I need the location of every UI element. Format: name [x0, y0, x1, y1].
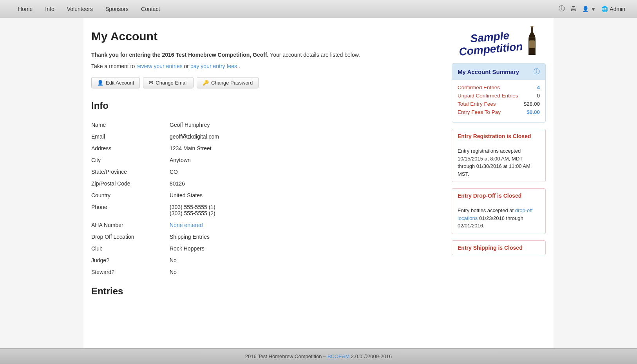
info-field-value: Geoff Humphrey	[170, 119, 440, 131]
summary-row-label: Total Entry Fees	[458, 101, 496, 107]
summary-row-label: Unpaid Confirmed Entries	[458, 93, 518, 99]
change-password-button[interactable]: 🔑 Change Password	[197, 77, 259, 88]
info-field-label: Judge?	[91, 254, 170, 266]
info-field-value: (303) 555-5555 (1)(303) 555-5555 (2)	[170, 201, 440, 219]
beer-bottle-icon	[525, 26, 539, 57]
info-field-value[interactable]: None entered	[170, 219, 440, 231]
action-post: .	[239, 63, 240, 69]
user-menu[interactable]: 👤 ▼	[582, 6, 596, 12]
nav-volunteers[interactable]: Volunteers	[61, 0, 99, 18]
info-field-label: Country	[91, 189, 170, 201]
user-menu-caret: ▼	[590, 6, 596, 12]
status-card-header: Entry Shipping is Closed	[452, 241, 545, 255]
info-field-label: State/Province	[91, 166, 170, 178]
admin-globe-icon: 🌐	[601, 6, 608, 12]
info-field-value: 80126	[170, 178, 440, 189]
summary-row-value: 0	[537, 93, 540, 99]
info-field-label: Phone	[91, 201, 170, 219]
footer: 2016 Test Homebrew Competition – BCOE&M …	[0, 348, 637, 364]
info-field-label: AHA Number	[91, 219, 170, 231]
summary-row-value: $28.00	[524, 101, 540, 107]
user-icon: 👤	[582, 6, 589, 12]
info-field-label: Club	[91, 243, 170, 254]
nav-contact[interactable]: Contact	[135, 0, 166, 18]
key-icon: 🔑	[203, 80, 209, 86]
drop-off-link[interactable]: drop-off locations	[458, 207, 532, 221]
summary-row: Total Entry Fees$28.00	[458, 101, 540, 107]
info-field-value: Shipping Entries	[170, 231, 440, 243]
nav-info[interactable]: Info	[39, 0, 60, 18]
competition-logo-text: Sample Competition	[458, 29, 523, 58]
status-cards-container: Entry Registration is ClosedEntry regist…	[452, 129, 546, 255]
entries-section-title: Entries	[91, 286, 440, 297]
review-entries-link[interactable]: review your entries	[136, 63, 183, 69]
navbar: Home Info Volunteers Sponsors Contact ⓘ …	[0, 0, 637, 18]
info-field-value: geoff@zkdigital.com	[170, 131, 440, 142]
info-field-label: Drop Off Location	[91, 231, 170, 243]
status-card-header: Entry Drop-Off is Closed	[452, 189, 545, 203]
info-field-label: Zip/Postal Code	[91, 178, 170, 189]
status-card-body: Entry bottles accepted at drop-off locat…	[452, 203, 545, 234]
footer-text-post: 2.0.0 ©2009-2016	[351, 353, 392, 359]
account-summary-body: Confirmed Entries4Unpaid Confirmed Entri…	[452, 80, 545, 122]
info-field-value: CO	[170, 166, 440, 178]
action-mid: or	[184, 63, 190, 69]
welcome-rest: Your account details are listed below.	[270, 52, 360, 58]
admin-label: Admin	[610, 6, 625, 12]
main-wrapper: My Account Thank you for entering the 20…	[83, 18, 554, 348]
admin-link[interactable]: 🌐 Admin	[601, 6, 625, 12]
action-pre: Take a moment to	[91, 63, 136, 69]
account-summary-header: My Account Summary ⓘ	[452, 64, 545, 80]
info-field-label: Name	[91, 119, 170, 131]
change-password-label: Change Password	[211, 80, 253, 86]
info-section-title: Info	[91, 100, 440, 111]
account-buttons: 👤 Edit Account ✉ Change Email 🔑 Change P…	[91, 77, 440, 88]
pay-fees-link[interactable]: pay your entry fees	[190, 63, 237, 69]
help-icon[interactable]: ⓘ	[559, 5, 565, 13]
welcome-bold: Thank you for entering the 2016 Test Hom…	[91, 52, 268, 58]
account-summary-card: My Account Summary ⓘ Confirmed Entries4U…	[452, 63, 546, 123]
summary-row: Unpaid Confirmed Entries0	[458, 93, 540, 99]
info-table: NameGeoff HumphreyEmailgeoff@zkdigital.c…	[91, 119, 440, 278]
user-edit-icon: 👤	[97, 80, 103, 86]
logo-area: Sample Competition	[452, 30, 546, 57]
status-card: Entry Shipping is Closed	[452, 240, 546, 255]
change-email-button[interactable]: ✉ Change Email	[143, 77, 194, 88]
nav-home[interactable]: Home	[12, 0, 39, 18]
edit-account-button[interactable]: 👤 Edit Account	[91, 77, 140, 88]
email-icon: ✉	[149, 80, 153, 86]
svg-rect-3	[529, 40, 535, 48]
action-links-text: Take a moment to review your entries or …	[91, 63, 440, 69]
status-card: Entry Drop-Off is ClosedEntry bottles ac…	[452, 188, 546, 234]
footer-text-pre: 2016 Test Homebrew Competition –	[245, 353, 328, 359]
summary-info-icon[interactable]: ⓘ	[534, 68, 540, 76]
logo-line2: Competition	[459, 40, 523, 58]
info-field-value: 1234 Main Street	[170, 142, 440, 154]
edit-account-label: Edit Account	[106, 80, 134, 86]
summary-row: Entry Fees To Pay$0.00	[458, 109, 540, 115]
summary-row-label: Confirmed Entries	[458, 85, 500, 90]
status-card: Entry Registration is ClosedEntry regist…	[452, 129, 546, 182]
sidebar: Sample Competition My Acc	[452, 30, 546, 337]
change-email-label: Change Email	[156, 80, 188, 86]
info-field-label: Address	[91, 142, 170, 154]
info-field-label: Email	[91, 131, 170, 142]
info-field-value: United States	[170, 189, 440, 201]
footer-link[interactable]: BCOE&M	[328, 353, 349, 359]
svg-rect-0	[530, 26, 533, 27]
info-field-label: Steward?	[91, 266, 170, 278]
aha-number-link[interactable]: None entered	[170, 222, 203, 228]
svg-rect-1	[531, 27, 533, 32]
info-field-value: Anytown	[170, 154, 440, 166]
print-icon[interactable]: 🖶	[570, 5, 577, 13]
svg-rect-4	[528, 54, 536, 55]
welcome-text: Thank you for entering the 2016 Test Hom…	[91, 51, 440, 59]
summary-row-label: Entry Fees To Pay	[458, 109, 501, 115]
navbar-right: ⓘ 🖶 👤 ▼ 🌐 Admin	[559, 5, 625, 13]
status-card-header: Entry Registration is Closed	[452, 129, 545, 143]
status-card-body: Entry registrations accepted 10/15/2015 …	[452, 143, 545, 182]
info-field-value: No	[170, 266, 440, 278]
nav-sponsors[interactable]: Sponsors	[99, 0, 135, 18]
nav-links: Home Info Volunteers Sponsors Contact	[12, 0, 559, 18]
account-summary-title: My Account Summary	[458, 68, 519, 75]
